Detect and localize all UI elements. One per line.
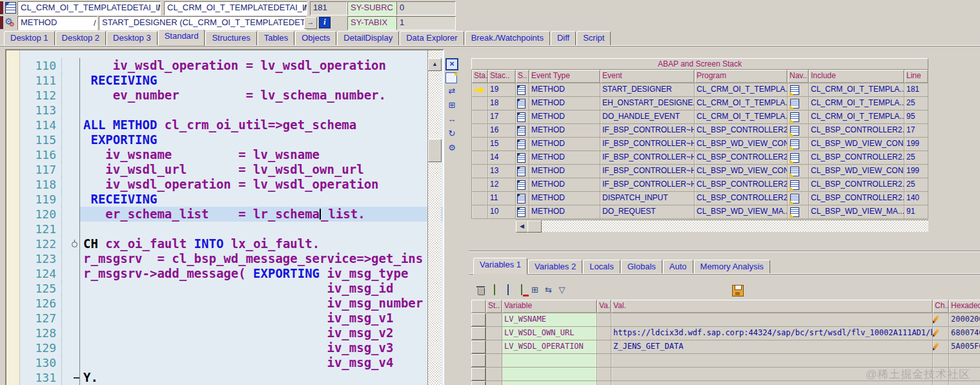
stack-cell-include[interactable]: CL_BSP_CONTROLLER2... [809, 178, 904, 192]
stack-cell-program[interactable]: CL_BSP_CONTROLLER2... [695, 124, 788, 138]
tab-standard[interactable]: Standard [158, 29, 205, 46]
var-cell-change[interactable] [933, 340, 949, 354]
var-cell-va[interactable] [597, 313, 611, 327]
source-doc-icon[interactable] [517, 153, 526, 163]
stack-cell-nav[interactable] [788, 192, 809, 205]
swap-icon[interactable]: ⇆ [543, 285, 554, 296]
stack-cell-source[interactable] [516, 205, 529, 219]
var-column-header-hexadec[interactable]: Hexadec.. [949, 300, 980, 313]
source-doc-icon[interactable] [517, 207, 526, 217]
stack-cell-line[interactable]: 25 [904, 178, 928, 192]
stack-cell-source[interactable] [516, 124, 529, 138]
info-icon[interactable]: i [319, 17, 331, 28]
event-name-field[interactable]: START_DESIGNER (CL_CRM_OI_T_TEMPLATEDETA… [99, 16, 307, 30]
var-cell-status[interactable] [486, 354, 502, 368]
source-doc-icon[interactable] [517, 126, 526, 136]
var-row-selector[interactable] [471, 340, 486, 354]
edit-pencil-icon[interactable] [933, 329, 939, 336]
event-type-field[interactable]: METHOD [17, 16, 97, 30]
stack-cell-program[interactable]: CL_BSP_CONTROLLER2... [695, 178, 788, 192]
navigate-icon[interactable] [790, 126, 799, 136]
stack-cell-event-type[interactable]: METHOD [529, 97, 600, 110]
var-cell-va[interactable] [597, 381, 611, 385]
tab-variables-2[interactable]: Variables 2 [528, 260, 582, 275]
var-row-selector[interactable] [471, 368, 486, 381]
navigate-icon[interactable] [790, 85, 799, 95]
stack-cell-program[interactable]: CL_BSP_CONTROLLER2... [695, 192, 788, 205]
stack-cell-include[interactable]: CL_BSP_CONTROLLER2... [809, 124, 904, 138]
stack-cell-event-type[interactable]: METHOD [529, 165, 600, 178]
tab-globals[interactable]: Globals [621, 260, 662, 275]
var-cell-hex[interactable]: 2000200 [949, 313, 980, 327]
main-program-field[interactable]: CL_CRM_OI_T_TEMPLATEDETAI_IMP... [17, 1, 161, 16]
tab-locals[interactable]: Locals [583, 260, 620, 275]
stack-cell-event[interactable]: IF_BSP_CONTROLLER~H... [600, 178, 695, 192]
tab-script[interactable]: Script [577, 31, 611, 46]
stack-cell-event-type[interactable]: METHOD [529, 205, 600, 219]
var-cell-status[interactable] [486, 313, 502, 327]
navigate-icon[interactable] [790, 153, 799, 163]
stack-cell-line[interactable]: 181 [904, 83, 928, 97]
source-doc-icon[interactable] [517, 140, 526, 149]
navigate-icon[interactable] [790, 99, 799, 109]
var-cell-status[interactable] [486, 381, 502, 385]
stack-cell-nav[interactable] [788, 110, 809, 124]
stack-cell-include[interactable]: CL_CRM_OI_T_TEMPLA... [809, 83, 904, 97]
stack-cell-program[interactable]: CL_BSP_WD_VIEW_MA... [695, 205, 788, 219]
var-column-header-selector[interactable] [471, 300, 486, 313]
stack-cell-include[interactable]: CL_BSP_CONTROLLER2... [809, 151, 904, 165]
stack-cell-source[interactable] [516, 138, 529, 151]
stack-cell-nav[interactable] [788, 124, 809, 138]
insert-column-icon[interactable]: ⊞ [529, 285, 540, 296]
navigate-icon[interactable] [790, 140, 799, 149]
stack-cell-nav[interactable] [788, 165, 809, 178]
stack-cell-event[interactable]: DO_REQUEST [600, 205, 695, 219]
stack-cell-event[interactable]: IF_BSP_CONTROLLER~H... [600, 151, 695, 165]
tab-desktop-2[interactable]: Desktop 2 [56, 31, 107, 46]
breakpoint-marker-icon[interactable] [72, 242, 77, 247]
var-cell-variable[interactable]: LV_WSDL_OWN_URL [502, 327, 597, 340]
tab-break-watchpoints[interactable]: Break./Watchpoints [465, 31, 550, 46]
stack-cell-program[interactable]: CL_CRM_OI_T_TEMPLA... [695, 83, 788, 97]
filter-icon[interactable]: ▽ [556, 285, 567, 296]
new-session-icon[interactable] [445, 72, 457, 83]
stack-cell-event-type[interactable]: METHOD [529, 138, 600, 151]
stack-cell-event[interactable]: DISPATCH_INPUT [600, 192, 695, 205]
stack-cell-source[interactable] [516, 192, 529, 205]
stack-cell-current[interactable] [471, 151, 488, 165]
var-cell-hex[interactable]: 5A005F0 [949, 340, 980, 354]
stack-cell-program[interactable]: CL_CRM_OI_T_TEMPLA... [695, 110, 788, 124]
stack-cell-nav[interactable] [788, 138, 809, 151]
var-cell-value[interactable] [611, 354, 933, 368]
maximize-icon[interactable]: ⊞ [445, 99, 458, 112]
stack-cell-event[interactable]: IF_BSP_CONTROLLER~H... [600, 165, 695, 178]
stack-cell-line[interactable]: 25 [904, 97, 928, 110]
stack-cell-include[interactable]: CL_BSP_WD_VIEW_CON... [809, 138, 904, 151]
stack-cell-line[interactable]: 199 [904, 165, 928, 178]
var-cell-variable[interactable]: LV_WSDL_OPERATION [502, 340, 597, 354]
var-cell-value[interactable]: Z_JENS_GET_DATA [611, 340, 933, 354]
source-doc-icon[interactable] [517, 85, 526, 95]
var-cell-change[interactable] [933, 313, 949, 327]
stack-column-header-s[interactable]: S.. [516, 70, 529, 83]
stack-cell-program[interactable]: CL_BSP_WD_VIEW_CON... [695, 138, 788, 151]
stack-cell-source[interactable] [516, 165, 529, 178]
source-doc-icon[interactable] [517, 99, 526, 109]
stack-cell-event[interactable]: IF_BSP_CONTROLLER~H... [600, 138, 695, 151]
stack-cell-source[interactable] [516, 83, 529, 97]
stack-cell-event[interactable]: DO_HANDLE_EVENT [600, 110, 695, 124]
stack-cell-current[interactable] [471, 83, 488, 97]
stack-cell-level[interactable]: 19 [488, 83, 516, 97]
remove-row-icon[interactable] [516, 285, 527, 296]
stack-cell-source[interactable] [516, 151, 529, 165]
stack-column-header-nav[interactable]: Nav.. [788, 70, 809, 83]
stack-cell-include[interactable]: CL_CRM_OI_T_TEMPLA... [809, 97, 904, 110]
stack-cell-level[interactable]: 17 [488, 110, 516, 124]
tab-structures[interactable]: Structures [205, 31, 256, 46]
stack-cell-event-type[interactable]: METHOD [529, 178, 600, 192]
code-editor[interactable]: 110 iv_wsdl_operation = lv_wsdl_operatio… [5, 49, 444, 385]
fit-width-icon[interactable]: ↔ [445, 114, 458, 126]
delete-icon[interactable] [475, 285, 486, 296]
stack-cell-level[interactable]: 13 [488, 165, 516, 178]
stack-cell-event[interactable]: START_DESIGNER [600, 83, 695, 97]
